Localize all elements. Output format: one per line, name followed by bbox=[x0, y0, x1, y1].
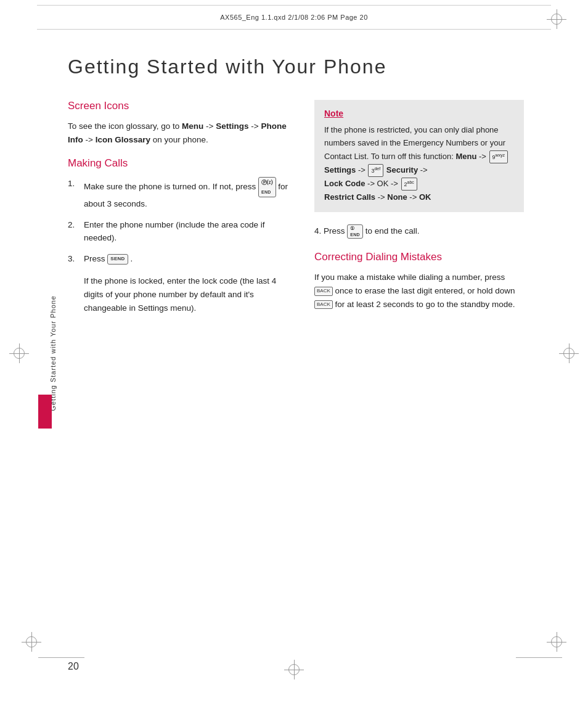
bottom-center-mark bbox=[288, 664, 300, 675]
list-item-3: 3. Press SEND . bbox=[68, 252, 296, 266]
list-item-1: 1. Make sure the phone is turned on. If … bbox=[68, 177, 296, 210]
pwr-end-button-1: Ⓟ⒵END bbox=[258, 177, 276, 197]
send-button: SEND bbox=[107, 254, 128, 265]
main-content: Getting Started with Your Phone Screen I… bbox=[68, 55, 554, 644]
list-content-1: Make sure the phone is turned on. If not… bbox=[84, 177, 296, 210]
making-calls-list: 1. Make sure the phone is turned on. If … bbox=[68, 177, 296, 265]
list-num-3: 3. bbox=[68, 252, 80, 266]
key-9wxyz: 9wxyz bbox=[489, 150, 508, 163]
list-item-2: 2. Enter the phone number (include the a… bbox=[68, 218, 296, 245]
screen-icons-heading: Screen Icons bbox=[68, 100, 296, 112]
back-button-1: BACK bbox=[314, 287, 333, 296]
reg-mark-top-right bbox=[551, 14, 562, 25]
columns: Screen Icons To see the icon glossary, g… bbox=[68, 100, 554, 319]
locked-note: If the phone is locked, enter the lock c… bbox=[84, 274, 296, 314]
note-heading: Note bbox=[324, 109, 514, 118]
header-bar: AX565_Eng 1.1.qxd 2/1/08 2:06 PM Page 20 bbox=[37, 5, 551, 30]
left-column: Screen Icons To see the icon glossary, g… bbox=[68, 100, 296, 319]
page-number: 20 bbox=[68, 661, 79, 672]
key-3def: 3def bbox=[368, 164, 383, 177]
press-line-4: 4. Press ①END to end the call. bbox=[314, 224, 524, 239]
correcting-dialing-body: If you make a mistake while dialing a nu… bbox=[314, 271, 524, 311]
right-column: Note If the phone is restricted, you can… bbox=[314, 100, 524, 319]
list-content-3: Press SEND . bbox=[84, 252, 296, 266]
list-content-2: Enter the phone number (include the area… bbox=[84, 218, 296, 245]
pwr-end-button-2: ①END bbox=[347, 224, 363, 239]
list-num-1: 1. bbox=[68, 177, 80, 191]
bottom-divider-right bbox=[516, 657, 562, 658]
header-text: AX565_Eng 1.1.qxd 2/1/08 2:06 PM Page 20 bbox=[220, 14, 368, 21]
note-box: Note If the phone is restricted, you can… bbox=[314, 100, 524, 212]
list-num-2: 2. bbox=[68, 218, 80, 232]
screen-icons-body: To see the icon glossary, go to Menu -> … bbox=[68, 120, 296, 146]
sidebar-area: Getting Started with Your Phone bbox=[0, 0, 62, 706]
note-text: If the phone is restricted, you can only… bbox=[324, 123, 514, 203]
side-mark-right bbox=[563, 348, 574, 359]
page-title: Getting Started with Your Phone bbox=[68, 55, 554, 78]
page-container: AX565_Eng 1.1.qxd 2/1/08 2:06 PM Page 20… bbox=[0, 0, 588, 706]
correcting-dialing-heading: Correcting Dialing Mistakes bbox=[314, 251, 524, 263]
bottom-divider-left bbox=[38, 657, 84, 658]
making-calls-heading: Making Calls bbox=[68, 157, 296, 170]
key-2abc: 2abc bbox=[401, 178, 417, 191]
sidebar-label: Getting Started with Your Phone bbox=[49, 295, 57, 411]
sidebar-red-block bbox=[38, 395, 52, 429]
back-button-2: BACK bbox=[314, 300, 333, 310]
